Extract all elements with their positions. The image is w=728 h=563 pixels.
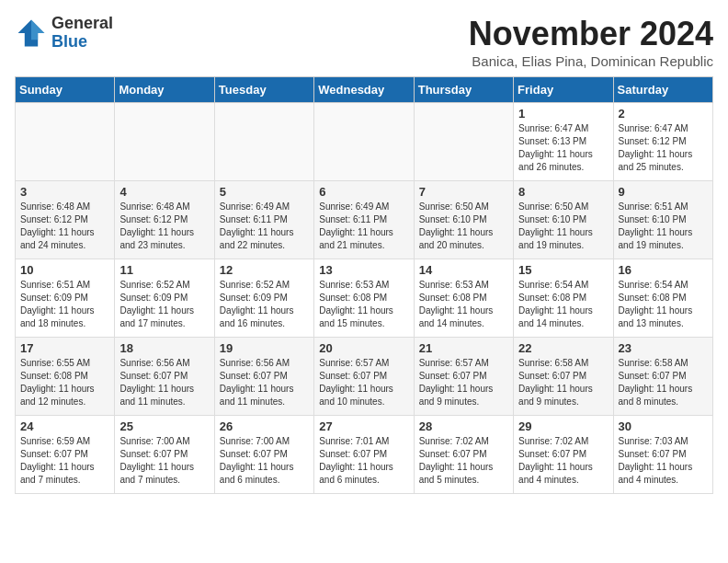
calendar-cell: 7Sunrise: 6:50 AM Sunset: 6:10 PM Daylig…: [414, 181, 513, 259]
svg-marker-1: [31, 19, 44, 40]
day-info: Sunrise: 6:58 AM Sunset: 6:07 PM Dayligh…: [619, 357, 708, 408]
calendar-cell: [314, 103, 414, 181]
day-number: 28: [419, 419, 508, 433]
calendar-cell: 22Sunrise: 6:58 AM Sunset: 6:07 PM Dayli…: [514, 338, 613, 416]
day-info: Sunrise: 6:47 AM Sunset: 6:13 PM Dayligh…: [518, 122, 608, 174]
calendar-cell: 4Sunrise: 6:48 AM Sunset: 6:12 PM Daylig…: [115, 181, 214, 259]
day-info: Sunrise: 6:56 AM Sunset: 6:07 PM Dayligh…: [220, 357, 309, 408]
calendar-cell: 21Sunrise: 6:57 AM Sunset: 6:07 PM Dayli…: [414, 338, 513, 416]
day-number: 16: [619, 263, 708, 277]
calendar-cell: [414, 103, 513, 181]
day-number: 10: [20, 263, 109, 277]
location-subtitle: Banica, Elias Pina, Dominican Republic: [469, 53, 713, 69]
calendar-cell: 9Sunrise: 6:51 AM Sunset: 6:10 PM Daylig…: [613, 181, 712, 259]
day-number: 21: [419, 341, 508, 355]
day-number: 12: [220, 263, 309, 277]
calendar-week-row: 10Sunrise: 6:51 AM Sunset: 6:09 PM Dayli…: [16, 259, 713, 338]
day-info: Sunrise: 7:02 AM Sunset: 6:07 PM Dayligh…: [518, 435, 608, 487]
day-info: Sunrise: 6:55 AM Sunset: 6:08 PM Dayligh…: [20, 357, 109, 408]
day-number: 22: [518, 341, 608, 355]
day-info: Sunrise: 6:48 AM Sunset: 6:12 PM Dayligh…: [119, 201, 209, 252]
day-info: Sunrise: 6:54 AM Sunset: 6:08 PM Dayligh…: [619, 279, 708, 330]
day-number: 9: [619, 185, 708, 199]
day-info: Sunrise: 6:56 AM Sunset: 6:07 PM Dayligh…: [119, 357, 209, 408]
calendar-cell: 11Sunrise: 6:52 AM Sunset: 6:09 PM Dayli…: [115, 259, 214, 338]
day-info: Sunrise: 6:57 AM Sunset: 6:07 PM Dayligh…: [319, 357, 408, 408]
calendar-cell: 26Sunrise: 7:00 AM Sunset: 6:07 PM Dayli…: [214, 416, 313, 494]
day-number: 20: [319, 341, 408, 355]
day-number: 2: [619, 107, 708, 121]
calendar-cell: 25Sunrise: 7:00 AM Sunset: 6:07 PM Dayli…: [115, 416, 214, 494]
day-info: Sunrise: 6:47 AM Sunset: 6:12 PM Dayligh…: [619, 122, 708, 174]
calendar-cell: 17Sunrise: 6:55 AM Sunset: 6:08 PM Dayli…: [16, 338, 115, 416]
day-number: 15: [518, 263, 608, 277]
calendar-cell: 18Sunrise: 6:56 AM Sunset: 6:07 PM Dayli…: [115, 338, 214, 416]
day-header-monday: Monday: [115, 77, 214, 103]
day-number: 26: [220, 419, 309, 433]
day-number: 25: [119, 419, 209, 433]
day-info: Sunrise: 6:50 AM Sunset: 6:10 PM Dayligh…: [419, 201, 508, 252]
logo-text: General Blue: [51, 15, 113, 52]
calendar-cell: 15Sunrise: 6:54 AM Sunset: 6:08 PM Dayli…: [514, 259, 613, 338]
calendar-header-row: SundayMondayTuesdayWednesdayThursdayFrid…: [16, 77, 713, 103]
day-number: 11: [119, 263, 209, 277]
day-number: 23: [619, 341, 708, 355]
calendar-cell: 28Sunrise: 7:02 AM Sunset: 6:07 PM Dayli…: [414, 416, 513, 494]
calendar-cell: [214, 103, 313, 181]
calendar-cell: 23Sunrise: 6:58 AM Sunset: 6:07 PM Dayli…: [613, 338, 712, 416]
day-number: 27: [319, 419, 408, 433]
month-title: November 2024: [469, 15, 713, 53]
day-info: Sunrise: 6:49 AM Sunset: 6:11 PM Dayligh…: [220, 201, 309, 252]
calendar-cell: 14Sunrise: 6:53 AM Sunset: 6:08 PM Dayli…: [414, 259, 513, 338]
day-info: Sunrise: 7:03 AM Sunset: 6:07 PM Dayligh…: [619, 435, 708, 487]
day-info: Sunrise: 6:53 AM Sunset: 6:08 PM Dayligh…: [319, 279, 408, 330]
day-number: 19: [220, 341, 309, 355]
calendar-cell: 1Sunrise: 6:47 AM Sunset: 6:13 PM Daylig…: [514, 103, 613, 181]
calendar-cell: 16Sunrise: 6:54 AM Sunset: 6:08 PM Dayli…: [613, 259, 712, 338]
calendar-cell: 10Sunrise: 6:51 AM Sunset: 6:09 PM Dayli…: [16, 259, 115, 338]
calendar-cell: 5Sunrise: 6:49 AM Sunset: 6:11 PM Daylig…: [214, 181, 313, 259]
calendar-cell: 20Sunrise: 6:57 AM Sunset: 6:07 PM Dayli…: [314, 338, 414, 416]
day-number: 8: [518, 185, 608, 199]
page-header: General Blue November 2024 Banica, Elias…: [15, 15, 713, 69]
day-number: 3: [20, 185, 109, 199]
calendar-cell: 24Sunrise: 6:59 AM Sunset: 6:07 PM Dayli…: [16, 416, 115, 494]
day-info: Sunrise: 7:01 AM Sunset: 6:07 PM Dayligh…: [319, 435, 408, 487]
calendar-cell: 27Sunrise: 7:01 AM Sunset: 6:07 PM Dayli…: [314, 416, 414, 494]
day-header-thursday: Thursday: [414, 77, 513, 103]
day-number: 29: [518, 419, 608, 433]
day-info: Sunrise: 6:53 AM Sunset: 6:08 PM Dayligh…: [419, 279, 508, 330]
logo-icon: [15, 17, 48, 50]
day-header-saturday: Saturday: [613, 77, 712, 103]
day-number: 14: [419, 263, 508, 277]
calendar-cell: 13Sunrise: 6:53 AM Sunset: 6:08 PM Dayli…: [314, 259, 414, 338]
day-info: Sunrise: 7:02 AM Sunset: 6:07 PM Dayligh…: [419, 435, 508, 487]
calendar-cell: 6Sunrise: 6:49 AM Sunset: 6:11 PM Daylig…: [314, 181, 414, 259]
day-number: 24: [20, 419, 109, 433]
day-info: Sunrise: 6:58 AM Sunset: 6:07 PM Dayligh…: [518, 357, 608, 408]
calendar-cell: 30Sunrise: 7:03 AM Sunset: 6:07 PM Dayli…: [613, 416, 712, 494]
day-info: Sunrise: 6:54 AM Sunset: 6:08 PM Dayligh…: [518, 279, 608, 330]
day-number: 17: [20, 341, 109, 355]
day-number: 5: [220, 185, 309, 199]
calendar-cell: [115, 103, 214, 181]
day-info: Sunrise: 6:50 AM Sunset: 6:10 PM Dayligh…: [518, 201, 608, 252]
calendar-cell: 12Sunrise: 6:52 AM Sunset: 6:09 PM Dayli…: [214, 259, 313, 338]
day-info: Sunrise: 6:52 AM Sunset: 6:09 PM Dayligh…: [119, 279, 209, 330]
day-info: Sunrise: 6:48 AM Sunset: 6:12 PM Dayligh…: [20, 201, 109, 252]
day-info: Sunrise: 7:00 AM Sunset: 6:07 PM Dayligh…: [220, 435, 309, 487]
logo: General Blue: [15, 15, 113, 52]
calendar-table: SundayMondayTuesdayWednesdayThursdayFrid…: [15, 76, 713, 494]
calendar-cell: 8Sunrise: 6:50 AM Sunset: 6:10 PM Daylig…: [514, 181, 613, 259]
day-info: Sunrise: 6:51 AM Sunset: 6:10 PM Dayligh…: [619, 201, 708, 252]
day-number: 30: [619, 419, 708, 433]
calendar-cell: 19Sunrise: 6:56 AM Sunset: 6:07 PM Dayli…: [214, 338, 313, 416]
calendar-week-row: 3Sunrise: 6:48 AM Sunset: 6:12 PM Daylig…: [16, 181, 713, 259]
day-header-friday: Friday: [514, 77, 613, 103]
day-number: 18: [119, 341, 209, 355]
day-number: 4: [119, 185, 209, 199]
calendar-cell: 29Sunrise: 7:02 AM Sunset: 6:07 PM Dayli…: [514, 416, 613, 494]
calendar-week-row: 24Sunrise: 6:59 AM Sunset: 6:07 PM Dayli…: [16, 416, 713, 494]
day-info: Sunrise: 6:52 AM Sunset: 6:09 PM Dayligh…: [220, 279, 309, 330]
day-info: Sunrise: 6:57 AM Sunset: 6:07 PM Dayligh…: [419, 357, 508, 408]
